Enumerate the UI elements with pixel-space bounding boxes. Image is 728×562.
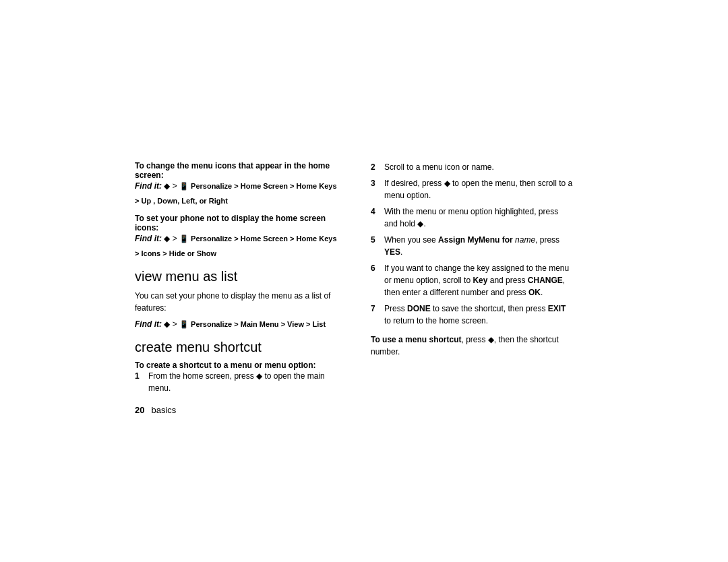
menu-path-3: 📱 Personalize > Main Menu > View > List	[179, 320, 326, 328]
use-shortcut-section: To use a menu shortcut, press ◆, then th…	[371, 334, 573, 358]
set-phone-heading: To set your phone not to display the hom…	[135, 214, 344, 232]
left-column: To change the menu icons that appear in …	[135, 161, 344, 415]
nav-dot-icon-2: ◆ >	[164, 234, 179, 243]
step-1-text: From the home screen, press ◆ to open th…	[148, 370, 344, 394]
find-it-label-2: Find it:	[135, 234, 162, 243]
right-column: 2 Scroll to a menu icon or name. 3 If de…	[371, 161, 573, 415]
nav-dot-icon-3: ◆ >	[164, 319, 179, 329]
find-it-line-2: Find it: ◆ > 📱 Personalize > Home Screen…	[135, 232, 344, 245]
page-footer: 20 basics	[135, 405, 344, 415]
content-area: To change the menu icons that appear in …	[135, 148, 593, 415]
step-1-number: 1	[135, 370, 144, 394]
find-it-line-1: Find it: ◆ > 📱 Personalize > Home Screen…	[135, 180, 344, 192]
use-shortcut-text: To use a menu shortcut, press ◆, then th…	[371, 334, 573, 358]
find-it-label-3: Find it:	[135, 319, 162, 329]
menu-path-1: 📱 Personalize > Home Screen > Home Keys	[179, 182, 337, 190]
find-it-line-3: Find it: ◆ > 📱 Personalize > Main Menu >…	[135, 318, 344, 330]
view-menu-title: view menu as list	[135, 269, 344, 284]
nav-dot-icon-1: ◆ >	[164, 181, 179, 191]
step-3-text: If desired, press ◆ to open the menu, th…	[384, 177, 573, 201]
step-3: 3 If desired, press ◆ to open the menu, …	[371, 177, 573, 201]
create-menu-section: create menu shortcut To create a shortcu…	[135, 340, 344, 394]
step-3-number: 3	[371, 177, 380, 201]
view-menu-section: view menu as list You can set your phone…	[135, 269, 344, 330]
menu-path-2: 📱 Personalize > Home Screen > Home Keys	[179, 235, 337, 243]
step-2-number: 2	[371, 161, 380, 173]
step-6-text: If you want to change the key assigned t…	[384, 262, 573, 299]
change-icons-section: To change the menu icons that appear in …	[135, 161, 344, 207]
step-7-text: Press DONE to save the shortcut, then pr…	[384, 303, 573, 327]
menu-path-1b: > Up , Down, Left, or Right	[135, 197, 228, 205]
create-menu-title: create menu shortcut	[135, 340, 344, 355]
step-5: 5 When you see Assign MyMenu for name, p…	[371, 234, 573, 258]
step-5-text: When you see Assign MyMenu for name, pre…	[384, 234, 573, 258]
set-phone-section: To set your phone not to display the hom…	[135, 214, 344, 259]
find-it-label-1: Find it:	[135, 181, 162, 191]
step-2: 2 Scroll to a menu icon or name.	[371, 161, 573, 173]
step-7-number: 7	[371, 303, 380, 327]
step-5-number: 5	[371, 234, 380, 258]
page-container: To change the menu icons that appear in …	[0, 0, 728, 562]
step-2-text: Scroll to a menu icon or name.	[384, 161, 573, 173]
step-6-number: 6	[371, 262, 380, 299]
change-icons-heading: To change the menu icons that appear in …	[135, 161, 344, 180]
page-label: basics	[151, 405, 176, 415]
view-menu-intro: You can set your phone to display the me…	[135, 290, 344, 314]
create-shortcut-heading: To create a shortcut to a menu or menu o…	[135, 361, 344, 370]
step-7: 7 Press DONE to save the shortcut, then …	[371, 303, 573, 327]
step-4: 4 With the menu or menu option highlight…	[371, 206, 573, 230]
step-1: 1 From the home screen, press ◆ to open …	[135, 370, 344, 394]
step-4-number: 4	[371, 206, 380, 230]
menu-path-2b: > Icons > Hide or Show	[135, 249, 216, 257]
find-it-continuation-1: > Up , Down, Left, or Right	[135, 195, 344, 207]
step-6: 6 If you want to change the key assigned…	[371, 262, 573, 299]
page-number: 20	[135, 405, 144, 415]
step-4-text: With the menu or menu option highlighted…	[384, 206, 573, 230]
find-it-continuation-2: > Icons > Hide or Show	[135, 247, 344, 259]
